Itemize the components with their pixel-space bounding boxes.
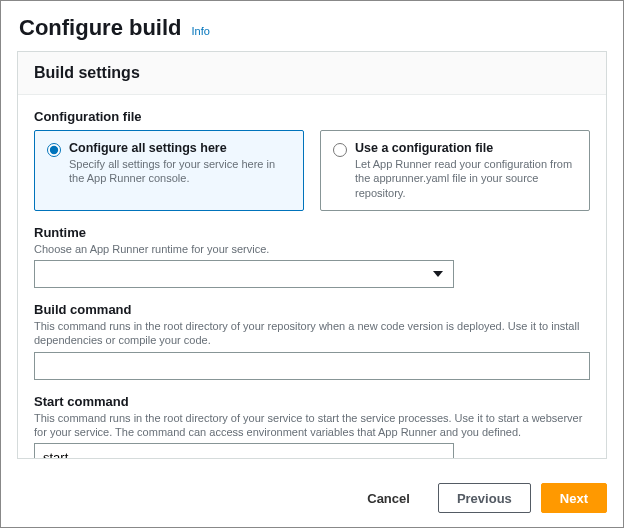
- wizard-footer: Cancel Previous Next: [1, 475, 623, 527]
- radio-file-desc: Let App Runner read your configuration f…: [355, 157, 579, 200]
- previous-button[interactable]: Previous: [438, 483, 531, 513]
- radio-here-title: Configure all settings here: [69, 141, 293, 155]
- chevron-down-icon: [433, 271, 443, 277]
- config-file-heading: Configuration file: [34, 109, 590, 124]
- radio-file-title: Use a configuration file: [355, 141, 579, 155]
- radio-configure-here[interactable]: Configure all settings here Specify all …: [34, 130, 304, 211]
- start-command-input[interactable]: [34, 443, 454, 459]
- start-command-heading: Start command: [34, 394, 590, 409]
- radio-configure-here-input[interactable]: [47, 143, 61, 157]
- start-command-desc: This command runs in the root directory …: [34, 411, 590, 440]
- panel-title: Build settings: [18, 52, 606, 95]
- build-command-input[interactable]: [34, 352, 590, 380]
- runtime-heading: Runtime: [34, 225, 590, 240]
- info-link[interactable]: Info: [192, 25, 210, 37]
- radio-use-config-file-input[interactable]: [333, 143, 347, 157]
- next-button[interactable]: Next: [541, 483, 607, 513]
- page-title: Configure build: [19, 15, 182, 41]
- radio-use-config-file[interactable]: Use a configuration file Let App Runner …: [320, 130, 590, 211]
- runtime-select[interactable]: [34, 260, 454, 288]
- cancel-button[interactable]: Cancel: [349, 483, 428, 513]
- runtime-desc: Choose an App Runner runtime for your se…: [34, 242, 590, 256]
- build-command-heading: Build command: [34, 302, 590, 317]
- build-settings-panel: Build settings Configuration file Config…: [17, 51, 607, 459]
- radio-here-desc: Specify all settings for your service he…: [69, 157, 293, 186]
- build-command-desc: This command runs in the root directory …: [34, 319, 590, 348]
